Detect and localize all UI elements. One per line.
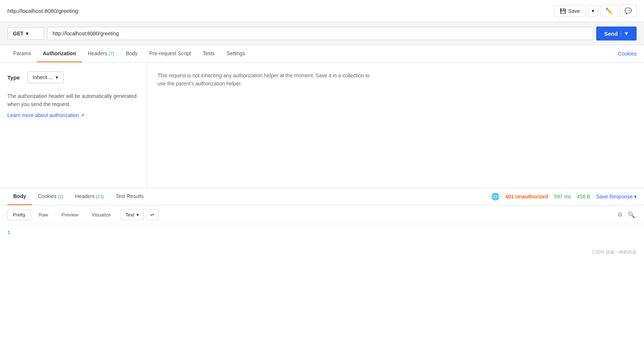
watermark: CSDN @疯一样的码农 (0, 246, 644, 258)
tab-tests[interactable]: Tests (197, 45, 221, 62)
line-number: 1 (7, 230, 10, 236)
request-tabs: Params Authorization Headers (7) Body Pr… (0, 45, 644, 63)
chevron-down-icon: ▾ (634, 194, 637, 200)
code-area: 1 (0, 224, 644, 246)
resp-tab-body[interactable]: Body (7, 188, 32, 205)
url-input[interactable] (47, 27, 593, 40)
response-size: 456 B (577, 194, 591, 200)
response-tabs-row: Body Cookies (1) Headers (13) Test Resul… (0, 188, 644, 205)
send-label: Send (604, 31, 618, 37)
right-icons: ⧉ 🔍 (616, 210, 637, 220)
type-select[interactable]: Inherit ... ▾ (27, 71, 64, 83)
format-preview-button[interactable]: Preview (56, 209, 84, 220)
learn-more-link[interactable]: Learn more about authorization ↗ (7, 112, 85, 118)
save-label: Save (568, 8, 580, 14)
globe-icon: 🌐 (491, 193, 499, 201)
format-pretty-button[interactable]: Pretty (7, 209, 31, 220)
tab-params[interactable]: Params (7, 45, 37, 62)
save-icon: 💾 (560, 8, 566, 14)
response-status-area: 🌐 401 Unauthorized 597 ms 456 B Save Res… (485, 193, 637, 201)
chevron-down-icon: ▾ (26, 31, 28, 36)
request-row: GET ▾ Send ▾ (0, 22, 644, 45)
type-row: Type Inherit ... ▾ (7, 71, 139, 83)
copy-icon[interactable]: ⧉ (616, 210, 623, 220)
method-select[interactable]: GET ▾ (7, 27, 44, 40)
tab-headers[interactable]: Headers (7) (82, 45, 120, 62)
resp-headers-badge: (13) (96, 194, 104, 199)
response-time: 597 ms (554, 194, 571, 200)
tab-pre-request-script[interactable]: Pre-request Script (144, 45, 197, 62)
send-dropdown-icon: ▾ (621, 30, 628, 37)
comment-icon-button[interactable]: 💬 (620, 4, 637, 17)
response-section: Body Cookies (1) Headers (13) Test Resul… (0, 188, 644, 258)
status-code: 401 Unauthorized (505, 194, 548, 200)
save-dropdown-button[interactable]: ▾ (588, 5, 598, 17)
url-bar: http://localhost:8080/greeting 💾 Save ▾ … (0, 0, 644, 22)
chevron-down-icon: ▾ (592, 8, 594, 14)
text-format-label: Text (125, 212, 134, 218)
type-label: Type (7, 74, 20, 81)
auth-info-text: The authorization header will be automat… (7, 92, 139, 109)
resp-tab-test-results[interactable]: Test Results (110, 188, 149, 205)
left-panel: Type Inherit ... ▾ The authorization hea… (0, 63, 147, 188)
tab-body[interactable]: Body (120, 45, 144, 62)
wrap-icon: ⇌ (150, 212, 155, 218)
type-value: Inherit ... (33, 74, 53, 80)
tab-authorization[interactable]: Authorization (37, 45, 82, 62)
send-button[interactable]: Send ▾ (596, 27, 637, 40)
save-button[interactable]: 💾 Save (554, 5, 585, 17)
search-icon[interactable]: 🔍 (626, 210, 637, 220)
inherit-message: This request is not inheriting any autho… (158, 71, 378, 88)
chevron-down-icon: ▾ (56, 74, 58, 80)
url-bar-actions: 💾 Save ▾ ✏️ 💬 (554, 4, 637, 17)
wrap-button[interactable]: ⇌ (146, 209, 159, 220)
cookies-link[interactable]: Cookies (618, 46, 637, 62)
save-response-button[interactable]: Save Response ▾ (596, 194, 637, 200)
format-raw-button[interactable]: Raw (33, 209, 54, 220)
text-format-dropdown[interactable]: Text ▾ (121, 209, 144, 220)
format-visualize-button[interactable]: Visualize (86, 209, 116, 220)
right-panel: This request is not inheriting any autho… (147, 63, 644, 188)
main-content: Type Inherit ... ▾ The authorization hea… (0, 63, 644, 188)
edit-icon-button[interactable]: ✏️ (601, 4, 618, 17)
format-bar: Pretty Raw Preview Visualize Text ▾ ⇌ ⧉ … (0, 205, 644, 224)
chevron-down-icon: ▾ (137, 212, 139, 218)
resp-tab-headers[interactable]: Headers (13) (69, 188, 110, 205)
resp-tab-cookies[interactable]: Cookies (1) (32, 188, 69, 205)
method-label: GET (13, 31, 24, 36)
tab-settings[interactable]: Settings (220, 45, 251, 62)
url-title: http://localhost:8080/greeting (7, 8, 78, 14)
headers-badge: (7) (109, 51, 114, 56)
resp-cookies-badge: (1) (58, 194, 63, 199)
